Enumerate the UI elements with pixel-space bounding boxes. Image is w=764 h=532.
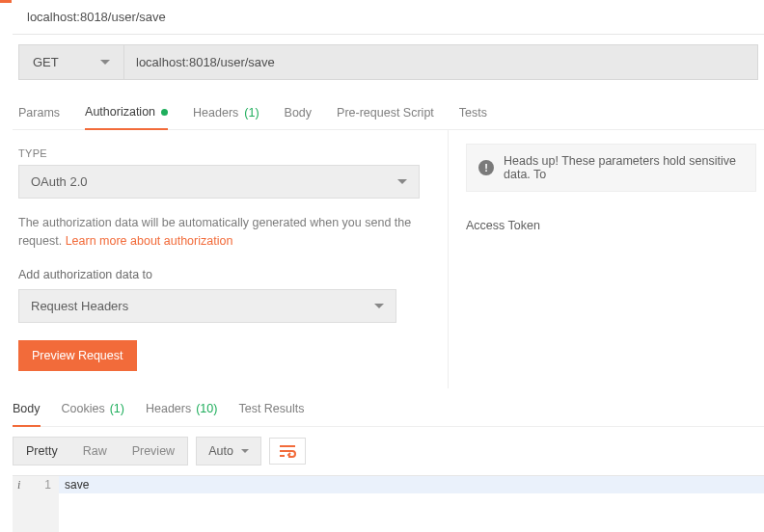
- tab-authorization[interactable]: Authorization: [85, 97, 168, 130]
- sensitive-data-notice: ! Heads up! These parameters hold sensit…: [466, 144, 756, 192]
- resp-tab-headers-label: Headers: [146, 402, 191, 415]
- notice-text: Heads up! These parameters hold sensitiv…: [504, 154, 744, 181]
- request-tabs-bar: localhost:8018/user/save: [13, 2, 764, 35]
- chevron-down-icon: [397, 179, 407, 184]
- auth-panel: TYPE OAuth 2.0 The authorization data wi…: [13, 130, 449, 388]
- request-subtabs: Params Authorization Headers (1) Body Pr…: [13, 97, 764, 130]
- tab-params[interactable]: Params: [18, 97, 60, 129]
- tab-authorization-label: Authorization: [85, 105, 155, 119]
- add-authdata-label: Add authorization data to: [18, 268, 438, 281]
- view-preview[interactable]: Preview: [120, 438, 187, 465]
- format-select[interactable]: Auto: [196, 437, 261, 466]
- wrap-lines-button[interactable]: [269, 438, 306, 465]
- response-line-1: save: [59, 476, 764, 493]
- preview-request-button[interactable]: Preview Request: [18, 340, 137, 371]
- request-row: GET localhost:8018/user/save: [18, 44, 758, 80]
- auth-description: The authorization data will be automatic…: [18, 214, 420, 251]
- response-toolbar: Pretty Raw Preview Auto: [13, 427, 764, 475]
- resp-tab-cookies-label: Cookies: [62, 402, 105, 415]
- auth-type-select[interactable]: OAuth 2.0: [18, 165, 420, 199]
- chevron-down-icon: [241, 449, 249, 453]
- info-icon: !: [478, 160, 494, 175]
- view-mode-segment: Pretty Raw Preview: [13, 437, 188, 466]
- tab-headers-label: Headers: [193, 106, 238, 120]
- view-pretty[interactable]: Pretty: [14, 438, 70, 465]
- chevron-down-icon: [100, 60, 110, 65]
- resp-tab-body[interactable]: Body: [13, 396, 41, 427]
- line-number: 1: [44, 478, 51, 492]
- active-dot-icon: [161, 109, 168, 116]
- add-authdata-select[interactable]: Request Headers: [18, 289, 396, 323]
- http-method-value: GET: [33, 55, 59, 69]
- tab-headers-count: (1): [244, 106, 259, 120]
- wrap-icon: [279, 444, 296, 458]
- tab-prerequest[interactable]: Pre-request Script: [337, 97, 434, 129]
- info-glyph-icon: i: [17, 478, 20, 492]
- resp-tab-cookies[interactable]: Cookies (1): [62, 396, 124, 426]
- http-method-select[interactable]: GET: [18, 44, 124, 80]
- gutter-rest: [13, 493, 59, 532]
- auth-type-value: OAuth 2.0: [31, 174, 88, 189]
- access-token-label: Access Token: [466, 219, 756, 232]
- resp-tab-cookies-count: (1): [110, 402, 124, 415]
- view-raw[interactable]: Raw: [70, 438, 120, 465]
- request-tab-title[interactable]: localhost:8018/user/save: [13, 2, 180, 34]
- response-tabs: Body Cookies (1) Headers (10) Test Resul…: [13, 396, 764, 427]
- auth-right-panel: ! Heads up! These parameters hold sensit…: [449, 130, 764, 388]
- resp-tab-testresults[interactable]: Test Results: [238, 396, 304, 426]
- chevron-down-icon: [374, 304, 384, 308]
- resp-tab-headers[interactable]: Headers (10): [146, 396, 217, 426]
- tab-headers[interactable]: Headers (1): [193, 97, 259, 129]
- url-input[interactable]: localhost:8018/user/save: [124, 44, 758, 80]
- auth-type-label: TYPE: [18, 147, 438, 159]
- tab-body[interactable]: Body: [285, 97, 313, 129]
- add-authdata-value: Request Headers: [31, 299, 128, 313]
- tab-tests[interactable]: Tests: [459, 97, 487, 129]
- response-body-area[interactable]: i 1 save: [13, 475, 764, 532]
- format-value: Auto: [208, 444, 233, 458]
- learn-more-link[interactable]: Learn more about authorization: [66, 234, 233, 248]
- line-gutter: i 1: [13, 476, 59, 493]
- resp-tab-headers-count: (10): [196, 402, 217, 415]
